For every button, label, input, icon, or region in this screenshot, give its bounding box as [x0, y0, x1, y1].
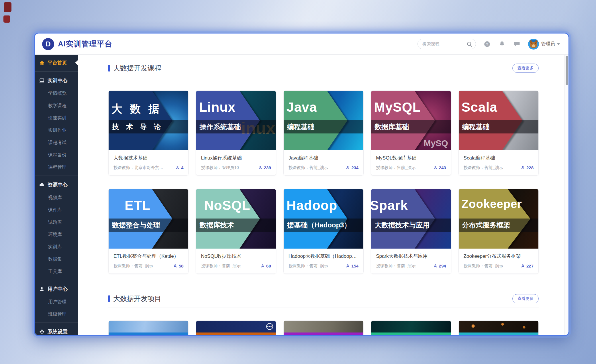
course-teacher: 授课教师：售前_演示 — [289, 165, 328, 170]
person-count-icon — [433, 166, 438, 170]
person-count-icon — [521, 264, 525, 268]
project-case-card[interactable]: 大数据开发案例 — [458, 320, 539, 335]
course-count: 228 — [526, 165, 534, 170]
thumb-big-text: Hadoop — [287, 198, 337, 213]
messages-icon[interactable] — [513, 40, 521, 48]
project-case-card[interactable]: 大数据开发案例 — [371, 320, 451, 335]
sidebar-item-teaching-courses[interactable]: 教学课程 — [35, 100, 78, 112]
courses-row-1: 大 数 据 技 术 导 论 大数据技术基础 授课教师：北京市对外贸易学校教...… — [108, 90, 539, 176]
search-icon[interactable] — [466, 41, 472, 48]
sidebar-item-training-library[interactable]: 实训库 — [35, 241, 78, 253]
thumb-big-text: ETL — [125, 198, 150, 213]
course-count: 234 — [351, 165, 358, 170]
sidebar-item-course-exams[interactable]: 课程考试 — [35, 137, 78, 149]
project-case-card[interactable]: 大数据开发案例 — [108, 320, 189, 335]
sidebar-item-class-management[interactable]: 班级管理 — [35, 308, 78, 320]
group-label: 系统设置 — [48, 328, 68, 335]
course-card[interactable]: Zookeeper 分布式服务框架 Zookeeper分布式服务框架 授课教师：… — [458, 189, 539, 274]
search-input[interactable] — [422, 42, 465, 46]
main-content: 大数据开发课程 查看更多 大 数 据 技 术 导 论 大数据技术基础 授课教师：… — [78, 55, 568, 335]
app-title: AI实训管理平台 — [58, 39, 112, 49]
help-icon[interactable]: ? — [483, 40, 491, 48]
sidebar-group-resource-center[interactable]: 资源中心 — [35, 178, 78, 192]
thumb-big-text: Zookeeper — [462, 198, 522, 210]
thumb-big-text: MySQL — [374, 99, 421, 115]
thumb-sub-text: 分布式服务框架 — [462, 221, 510, 230]
course-count: 227 — [526, 263, 534, 268]
scrollbar-thumb[interactable] — [566, 56, 568, 85]
user-avatar[interactable] — [528, 39, 539, 50]
thumb-big-text: Linux — [199, 99, 236, 115]
person-count-icon — [258, 166, 262, 170]
course-count: 239 — [264, 165, 271, 170]
sidebar-item-training-homework[interactable]: 实训作业 — [35, 124, 78, 137]
group-label: 实训中心 — [48, 77, 68, 84]
sidebar-item-question-library[interactable]: 试题库 — [35, 216, 78, 229]
thumb-sub-text: 数据库基础 — [375, 122, 409, 131]
notifications-bell-icon[interactable] — [498, 40, 506, 48]
course-card[interactable]: MySQ MySQL 数据库基础 MySQL数据库基础 授课教师：售前_演示 2… — [371, 90, 451, 176]
sidebar-item-courseware-library[interactable]: 课件库 — [35, 204, 78, 216]
course-teacher: 授课教师：北京市对外贸易学校教... — [113, 165, 164, 170]
sidebar-group-training-center[interactable]: 实训中心 — [35, 74, 78, 87]
group-label: 资源中心 — [48, 181, 68, 188]
course-thumbnail: NoSQL 数据库技术 — [196, 189, 276, 249]
course-title: 大数据技术基础 — [113, 155, 183, 161]
section-divider — [108, 308, 539, 308]
case-thumbnail — [459, 321, 538, 332]
person-count-icon — [521, 166, 525, 170]
case-banner-label: 大数据开发案例 — [132, 335, 166, 336]
course-title: ETL数据整合与处理（Kettle） — [113, 253, 183, 259]
sidebar-divider — [35, 71, 78, 72]
person-count-icon — [346, 264, 350, 268]
search-box[interactable] — [417, 39, 476, 49]
sidebar-group-system-settings[interactable]: 系统设置 — [35, 325, 78, 336]
course-card[interactable]: 大 数 据 技 术 导 论 大数据技术基础 授课教师：北京市对外贸易学校教...… — [108, 90, 189, 176]
course-card[interactable]: Java 编程基础 Java编程基础 授课教师：售前_演示 234 — [283, 90, 364, 176]
case-thumbnail — [284, 321, 363, 332]
vertical-scrollbar[interactable] — [564, 55, 568, 335]
course-card[interactable]: ETL 数据整合与处理 ETL数据整合与处理（Kettle） 授课教师：售前_演… — [108, 189, 189, 274]
thumb-watermark: MySQ — [424, 138, 448, 148]
project-case-card[interactable]: 大数据开发案例 — [283, 320, 364, 335]
course-card[interactable]: inux Linux 操作系统基础 Linux操作系统基础 授课教师：管理员10… — [196, 90, 276, 176]
sidebar-group-user-center[interactable]: 用户中心 — [35, 282, 78, 296]
course-teacher: 授课教师：售前_演示 — [113, 263, 153, 269]
course-card[interactable]: Spark 大数据技术与应用 Spark大数据技术与应用 授课教师：售前_演示 … — [371, 189, 451, 274]
sidebar-item-datasets[interactable]: 数据集 — [35, 253, 78, 265]
course-card[interactable]: Hadoop 据基础（Hadoop3） Hadoop大数据基础（Hadoop3）… — [283, 189, 364, 274]
course-count: 243 — [439, 165, 446, 170]
course-teacher: 授课教师：售前_演示 — [376, 263, 416, 269]
course-teacher: 授课教师：售前_演示 — [289, 263, 328, 269]
section-accent-bar — [108, 295, 110, 302]
course-card[interactable]: NoSQL 数据库技术 NoSQL数据库技术 授课教师：售前_演示 60 — [196, 189, 276, 274]
sidebar-item-learning-overview[interactable]: 学情概览 — [35, 87, 78, 100]
course-thumbnail: MySQ MySQL 数据库基础 — [371, 91, 451, 150]
sidebar-item-environment-library[interactable]: 环境库 — [35, 229, 78, 241]
case-thumbnail: ••• — [196, 321, 276, 332]
thumb-big-text: NoSQL — [204, 198, 250, 213]
sidebar-item-course-backup[interactable]: 课程备份 — [35, 149, 78, 161]
project-case-card[interactable]: ••• 大数据开发案例 — [196, 320, 276, 335]
thumb-sub-text: 操作系统基础 — [199, 122, 241, 131]
sidebar-item-video-library[interactable]: 视频库 — [35, 192, 78, 204]
sidebar-item-quick-training[interactable]: 快速实训 — [35, 112, 78, 124]
desktop-artifact — [3, 15, 10, 23]
case-banner-label: 大数据开发案例 — [481, 335, 515, 336]
course-title: Zookeeper分布式服务框架 — [464, 253, 534, 259]
app-window: D AI实训管理平台 ? — [34, 33, 569, 336]
view-more-courses-button[interactable]: 查看更多 — [512, 64, 539, 73]
sidebar-item-tool-library[interactable]: 工具库 — [35, 265, 78, 278]
sidebar-item-platform-home[interactable]: 平台首页 — [35, 56, 78, 69]
person-count-icon — [260, 264, 265, 268]
sidebar-item-label: 平台首页 — [48, 60, 67, 66]
view-more-projects-button[interactable]: 查看更多 — [512, 294, 539, 303]
projects-row: 大数据开发案例 ••• 大数据开发案例 大数据开发案例 大数据开发案例 — [108, 320, 539, 335]
person-count-icon — [173, 264, 177, 268]
user-menu[interactable]: 管理员 — [528, 39, 560, 50]
sidebar-item-course-management[interactable]: 课程管理 — [35, 161, 78, 174]
sidebar-item-user-management[interactable]: 用户管理 — [35, 296, 78, 308]
course-count: 294 — [439, 263, 446, 268]
sidebar-divider — [35, 280, 78, 280]
course-card[interactable]: Scala 编程基础 Scala编程基础 授课教师：售前_演示 228 — [458, 90, 539, 176]
